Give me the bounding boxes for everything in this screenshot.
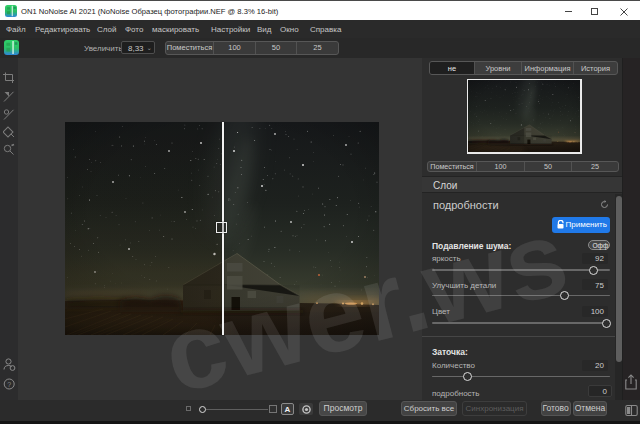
svg-text:cwer.ws: cwer.ws xyxy=(151,196,578,416)
